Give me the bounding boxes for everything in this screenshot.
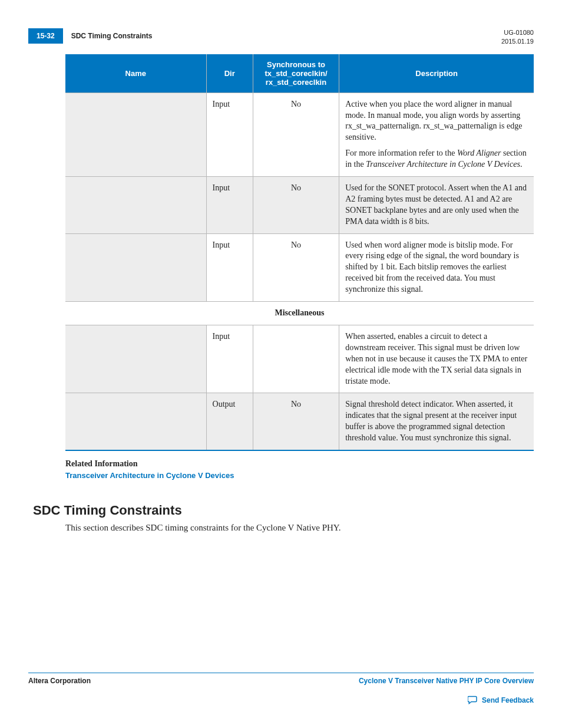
table-row: Input No Active when you place the word … — [65, 93, 534, 176]
table-section-row: Miscellaneous — [65, 302, 534, 325]
italic-text: Transceiver Architecture in Cyclone V De… — [366, 160, 520, 169]
cell-dir: Input — [206, 177, 253, 234]
cell-sync — [253, 325, 339, 393]
page-footer: Altera Corporation Cyclone V Transceiver… — [28, 673, 534, 704]
section-heading: Miscellaneous — [65, 302, 534, 325]
col-header-desc: Description — [339, 54, 534, 93]
cell-sync: No — [253, 393, 339, 450]
related-link[interactable]: Transceiver Architecture in Cyclone V De… — [65, 471, 234, 480]
footer-top-row: Altera Corporation Cyclone V Transceiver… — [28, 673, 534, 685]
cell-desc: When asserted, enables a circuit to dete… — [339, 325, 534, 393]
table-header-row: Name Dir Synchronous to tx_std_coreclkin… — [65, 54, 534, 93]
feedback-icon — [468, 696, 478, 704]
table-row: Output No Signal threshold detect indica… — [65, 393, 534, 450]
header-breadcrumb: SDC Timing Constraints — [71, 32, 153, 40]
cell-dir: Output — [206, 393, 253, 450]
cell-desc: Used for the SONET protocol. Assert when… — [339, 177, 534, 234]
table-row: Input When asserted, enables a circuit t… — [65, 325, 534, 393]
document-page: 15-32 SDC Timing Constraints UG-01080 20… — [0, 0, 562, 728]
cell-dir: Input — [206, 325, 253, 393]
col-header-dir: Dir — [206, 54, 253, 93]
table-row: Input No Used for the SONET protocol. As… — [65, 177, 534, 234]
footer-chapter-link[interactable]: Cyclone V Transceiver Native PHY IP Core… — [359, 677, 534, 685]
desc-paragraph: Active when you place the word aligner i… — [345, 99, 528, 144]
related-information: Related Information Transceiver Architec… — [65, 459, 534, 480]
col-header-sync: Synchronous to tx_std_coreclkin/ rx_std_… — [253, 54, 339, 93]
related-heading: Related Information — [65, 459, 534, 469]
section-title: SDC Timing Constraints — [33, 503, 534, 518]
cell-sync: No — [253, 233, 339, 301]
cell-name — [65, 393, 206, 450]
italic-text: Word Aligner — [457, 149, 501, 157]
desc-text: For more information refer to the — [345, 149, 457, 157]
cell-dir: Input — [206, 93, 253, 176]
header-left: 15-32 SDC Timing Constraints — [28, 28, 153, 44]
cell-desc: Active when you place the word aligner i… — [339, 93, 534, 176]
page-header: 15-32 SDC Timing Constraints UG-01080 20… — [28, 28, 534, 46]
cell-desc: Used when word aligner mode is bitslip m… — [339, 233, 534, 301]
doc-date: 2015.01.19 — [501, 37, 534, 46]
section-body: This section describes SDC timing constr… — [65, 523, 534, 533]
doc-id: UG-01080 — [501, 28, 534, 37]
col-header-name: Name — [65, 54, 206, 93]
cell-sync: No — [253, 93, 339, 176]
footer-company: Altera Corporation — [28, 677, 91, 685]
page-number-badge: 15-32 — [28, 28, 63, 44]
desc-paragraph: For more information refer to the Word A… — [345, 148, 528, 170]
cell-name — [65, 93, 206, 176]
cell-dir: Input — [206, 233, 253, 301]
table-row: Input No Used when word aligner mode is … — [65, 233, 534, 301]
cell-name — [65, 325, 206, 393]
feedback-row: Send Feedback — [28, 696, 534, 704]
cell-name — [65, 177, 206, 234]
cell-name — [65, 233, 206, 301]
header-right: UG-01080 2015.01.19 — [501, 28, 534, 46]
desc-text: . — [520, 160, 523, 169]
signals-table: Name Dir Synchronous to tx_std_coreclkin… — [65, 54, 534, 451]
send-feedback-link[interactable]: Send Feedback — [482, 696, 534, 704]
cell-sync: No — [253, 177, 339, 234]
cell-desc: Signal threshold detect indicator. When … — [339, 393, 534, 450]
